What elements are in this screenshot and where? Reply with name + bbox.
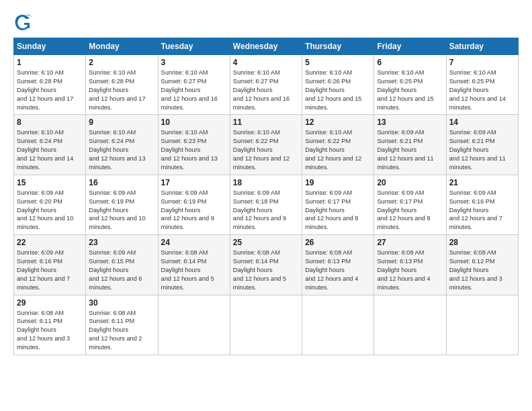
- table-row: [158, 295, 230, 355]
- cell-text: Sunrise: 6:10 AMSunset: 6:25 PMDaylight …: [377, 69, 433, 111]
- table-row: 19Sunrise: 6:09 AMSunset: 6:17 PMDayligh…: [302, 175, 374, 234]
- table-row: 6Sunrise: 6:10 AMSunset: 6:25 PMDaylight…: [374, 55, 446, 115]
- day-number: 12: [305, 118, 371, 127]
- cell-text: Sunrise: 6:08 AMSunset: 6:13 PMDaylight …: [377, 249, 430, 291]
- table-row: 2Sunrise: 6:10 AMSunset: 6:28 PMDaylight…: [86, 55, 158, 115]
- day-number: 27: [377, 238, 443, 247]
- cell-text: Sunrise: 6:10 AMSunset: 6:23 PMDaylight …: [161, 129, 218, 171]
- col-sunday: Sunday: [14, 38, 86, 55]
- cell-text: Sunrise: 6:09 AMSunset: 6:17 PMDaylight …: [305, 189, 358, 231]
- table-row: 18Sunrise: 6:09 AMSunset: 6:18 PMDayligh…: [230, 175, 302, 234]
- table-row: 10Sunrise: 6:10 AMSunset: 6:23 PMDayligh…: [158, 115, 230, 175]
- cell-text: Sunrise: 6:10 AMSunset: 6:28 PMDaylight …: [89, 69, 145, 111]
- table-row: 23Sunrise: 6:09 AMSunset: 6:15 PMDayligh…: [86, 235, 158, 295]
- table-row: 4Sunrise: 6:10 AMSunset: 6:27 PMDaylight…: [230, 55, 302, 115]
- cell-text: Sunrise: 6:10 AMSunset: 6:28 PMDaylight …: [17, 69, 73, 111]
- day-number: 17: [161, 178, 227, 187]
- table-row: [374, 295, 446, 355]
- table-row: 20Sunrise: 6:09 AMSunset: 6:17 PMDayligh…: [374, 175, 446, 234]
- cell-text: Sunrise: 6:09 AMSunset: 6:21 PMDaylight …: [377, 129, 433, 171]
- table-row: 29Sunrise: 6:08 AMSunset: 6:11 PMDayligh…: [14, 295, 86, 355]
- table-row: 24Sunrise: 6:08 AMSunset: 6:14 PMDayligh…: [158, 235, 230, 295]
- day-number: 19: [305, 178, 371, 187]
- table-row: [446, 295, 518, 355]
- table-row: 14Sunrise: 6:09 AMSunset: 6:21 PMDayligh…: [446, 115, 518, 175]
- cell-text: Sunrise: 6:09 AMSunset: 6:20 PMDaylight …: [17, 189, 73, 231]
- page: Sunday Monday Tuesday Wednesday Thursday…: [0, 0, 532, 411]
- day-number: 26: [305, 238, 371, 247]
- cell-text: Sunrise: 6:09 AMSunset: 6:18 PMDaylight …: [233, 189, 286, 231]
- day-number: 16: [89, 178, 154, 187]
- day-number: 21: [449, 178, 515, 187]
- cell-text: Sunrise: 6:09 AMSunset: 6:16 PMDaylight …: [17, 249, 70, 291]
- cell-text: Sunrise: 6:10 AMSunset: 6:24 PMDaylight …: [17, 129, 73, 171]
- day-number: 30: [89, 298, 154, 308]
- cell-text: Sunrise: 6:09 AMSunset: 6:19 PMDaylight …: [89, 189, 145, 231]
- day-number: 13: [377, 118, 443, 127]
- logo: [13, 12, 34, 31]
- day-number: 18: [233, 178, 299, 187]
- table-row: 28Sunrise: 6:08 AMSunset: 6:12 PMDayligh…: [446, 235, 518, 295]
- table-row: 1Sunrise: 6:10 AMSunset: 6:28 PMDaylight…: [14, 55, 86, 115]
- table-row: 15Sunrise: 6:09 AMSunset: 6:20 PMDayligh…: [14, 175, 86, 234]
- day-number: 20: [377, 178, 443, 187]
- day-number: 23: [89, 238, 154, 247]
- cell-text: Sunrise: 6:08 AMSunset: 6:11 PMDaylight …: [89, 310, 142, 351]
- day-number: 1: [17, 58, 83, 67]
- table-row: 9Sunrise: 6:10 AMSunset: 6:24 PMDaylight…: [86, 115, 158, 175]
- day-number: 7: [449, 58, 515, 67]
- cell-text: Sunrise: 6:08 AMSunset: 6:13 PMDaylight …: [305, 249, 358, 291]
- table-row: 26Sunrise: 6:08 AMSunset: 6:13 PMDayligh…: [302, 235, 374, 295]
- cell-text: Sunrise: 6:10 AMSunset: 6:27 PMDaylight …: [233, 69, 290, 111]
- day-number: 25: [233, 238, 299, 247]
- table-row: 21Sunrise: 6:09 AMSunset: 6:16 PMDayligh…: [446, 175, 518, 234]
- col-thursday: Thursday: [302, 38, 374, 55]
- table-row: 27Sunrise: 6:08 AMSunset: 6:13 PMDayligh…: [374, 235, 446, 295]
- day-number: 6: [377, 58, 443, 67]
- day-number: 29: [17, 298, 83, 308]
- cell-text: Sunrise: 6:09 AMSunset: 6:15 PMDaylight …: [89, 249, 142, 291]
- cell-text: Sunrise: 6:10 AMSunset: 6:25 PMDaylight …: [449, 69, 506, 111]
- cell-text: Sunrise: 6:10 AMSunset: 6:26 PMDaylight …: [305, 69, 361, 111]
- day-number: 2: [89, 58, 154, 67]
- table-row: 12Sunrise: 6:10 AMSunset: 6:22 PMDayligh…: [302, 115, 374, 175]
- day-number: 14: [449, 118, 515, 127]
- day-number: 4: [233, 58, 299, 67]
- cell-text: Sunrise: 6:08 AMSunset: 6:11 PMDaylight …: [17, 310, 70, 351]
- table-row: 5Sunrise: 6:10 AMSunset: 6:26 PMDaylight…: [302, 55, 374, 115]
- col-friday: Friday: [374, 38, 446, 55]
- cell-text: Sunrise: 6:10 AMSunset: 6:22 PMDaylight …: [233, 129, 290, 171]
- cell-text: Sunrise: 6:10 AMSunset: 6:22 PMDaylight …: [305, 129, 361, 171]
- table-row: 7Sunrise: 6:10 AMSunset: 6:25 PMDaylight…: [446, 55, 518, 115]
- cell-text: Sunrise: 6:09 AMSunset: 6:21 PMDaylight …: [449, 129, 506, 171]
- cell-text: Sunrise: 6:08 AMSunset: 6:14 PMDaylight …: [233, 249, 286, 291]
- day-number: 5: [305, 58, 371, 67]
- col-monday: Monday: [86, 38, 158, 55]
- day-number: 11: [233, 118, 299, 127]
- day-number: 10: [161, 118, 227, 127]
- day-number: 8: [17, 118, 83, 127]
- day-number: 28: [449, 238, 515, 247]
- day-number: 22: [17, 238, 83, 247]
- table-row: 8Sunrise: 6:10 AMSunset: 6:24 PMDaylight…: [14, 115, 86, 175]
- logo-icon: [13, 12, 32, 31]
- day-number: 9: [89, 118, 154, 127]
- cell-text: Sunrise: 6:10 AMSunset: 6:24 PMDaylight …: [89, 129, 145, 171]
- table-row: 13Sunrise: 6:09 AMSunset: 6:21 PMDayligh…: [374, 115, 446, 175]
- cell-text: Sunrise: 6:09 AMSunset: 6:19 PMDaylight …: [161, 189, 214, 231]
- table-row: 17Sunrise: 6:09 AMSunset: 6:19 PMDayligh…: [158, 175, 230, 234]
- cell-text: Sunrise: 6:08 AMSunset: 6:12 PMDaylight …: [449, 249, 502, 291]
- col-wednesday: Wednesday: [230, 38, 302, 55]
- col-saturday: Saturday: [446, 38, 518, 55]
- table-row: 30Sunrise: 6:08 AMSunset: 6:11 PMDayligh…: [86, 295, 158, 355]
- day-number: 24: [161, 238, 227, 247]
- table-row: 11Sunrise: 6:10 AMSunset: 6:22 PMDayligh…: [230, 115, 302, 175]
- cell-text: Sunrise: 6:08 AMSunset: 6:14 PMDaylight …: [161, 249, 214, 291]
- table-row: [230, 295, 302, 355]
- cell-text: Sunrise: 6:10 AMSunset: 6:27 PMDaylight …: [161, 69, 218, 111]
- cell-text: Sunrise: 6:09 AMSunset: 6:16 PMDaylight …: [449, 189, 502, 231]
- table-row: 16Sunrise: 6:09 AMSunset: 6:19 PMDayligh…: [86, 175, 158, 234]
- cell-text: Sunrise: 6:09 AMSunset: 6:17 PMDaylight …: [377, 189, 430, 231]
- col-tuesday: Tuesday: [158, 38, 230, 55]
- day-number: 15: [17, 178, 83, 187]
